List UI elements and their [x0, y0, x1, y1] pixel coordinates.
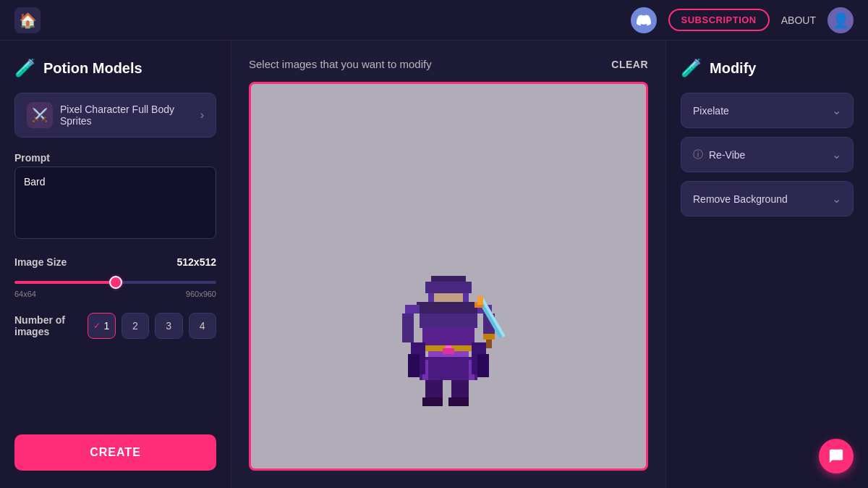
num-images-label: Number of images — [14, 314, 79, 337]
slider-labels: 64x64 960x960 — [14, 290, 216, 298]
header-right: SUBSCRIPTION ABOUT 👤 — [631, 7, 854, 33]
discord-button[interactable] — [631, 7, 657, 33]
svg-rect-14 — [422, 397, 443, 406]
svg-rect-6 — [422, 328, 475, 348]
sidebar-title-text: Potion Models — [43, 60, 142, 77]
revibe-label: Re-Vibe — [709, 149, 745, 161]
revibe-option[interactable]: ⓘ Re-Vibe ⌄ — [681, 137, 854, 172]
content-header-text: Select images that you want to modify — [249, 58, 432, 70]
slider-min-label: 64x64 — [14, 290, 36, 298]
logo-icon[interactable]: 🏠 — [14, 7, 41, 33]
num-images-row: Number of images ✓ 1 2 3 4 — [14, 313, 216, 339]
subscription-button[interactable]: SUBSCRIPTION — [668, 9, 770, 31]
num-btn-1[interactable]: ✓ 1 — [88, 313, 115, 339]
image-size-slider[interactable] — [14, 281, 216, 284]
revibe-left: ⓘ Re-Vibe — [693, 148, 745, 161]
modify-potion-icon: 🧪 — [681, 58, 702, 78]
image-size-value: 512x512 — [176, 256, 216, 268]
prompt-input[interactable]: Bard — [14, 167, 216, 239]
num-images-section: Number of images ✓ 1 2 3 4 — [14, 313, 216, 339]
pixelate-chevron-icon: ⌄ — [832, 104, 841, 117]
svg-rect-12 — [425, 380, 443, 400]
pixelate-option[interactable]: Pixelate ⌄ — [681, 93, 854, 128]
checkmark-icon: ✓ — [93, 321, 101, 331]
svg-rect-1 — [425, 282, 472, 293]
svg-rect-31 — [477, 296, 483, 305]
user-avatar[interactable]: 👤 — [827, 7, 854, 33]
svg-rect-17 — [402, 314, 414, 342]
clear-button[interactable]: CLEAR — [611, 59, 648, 70]
about-link[interactable]: ABOUT — [781, 14, 816, 26]
svg-rect-5 — [420, 314, 477, 328]
sidebar-title: 🧪 Potion Models — [14, 58, 216, 78]
main-layout: 🧪 Potion Models ⚔️ Pixel Character Full … — [0, 41, 868, 488]
model-chevron-icon: › — [200, 109, 204, 122]
svg-rect-4 — [417, 302, 480, 314]
image-display[interactable] — [249, 82, 648, 471]
num-btn-3[interactable]: 3 — [155, 313, 182, 339]
header-left: 🏠 — [14, 7, 41, 33]
content-header: Select images that you want to modify CL… — [249, 58, 648, 70]
slider-max-label: 960x960 — [186, 290, 216, 298]
svg-rect-3 — [434, 293, 463, 302]
model-selector[interactable]: ⚔️ Pixel Character Full Body Sprites › — [14, 93, 216, 138]
num-btn-4[interactable]: 4 — [189, 313, 216, 339]
modify-title-text: Modify — [710, 60, 756, 77]
remove-bg-chevron-icon: ⌄ — [832, 192, 841, 206]
pixelate-label: Pixelate — [693, 105, 729, 117]
image-size-section: Image Size 512x512 64x64 960x960 — [14, 256, 216, 298]
remove-background-option[interactable]: Remove Background ⌄ — [681, 181, 854, 216]
chat-button[interactable] — [819, 439, 854, 474]
svg-rect-23 — [486, 340, 492, 348]
num-btn-2[interactable]: 2 — [122, 313, 149, 339]
svg-rect-0 — [431, 276, 466, 282]
right-panel-title: 🧪 Modify — [681, 58, 854, 78]
svg-rect-15 — [448, 397, 469, 406]
header: 🏠 SUBSCRIPTION ABOUT 👤 — [0, 0, 868, 41]
right-panel: 🧪 Modify Pixelate ⌄ ⓘ Re-Vibe ⌄ Remove B… — [665, 41, 868, 488]
model-icon: ⚔️ — [27, 102, 53, 128]
svg-rect-16 — [405, 305, 420, 314]
revibe-chevron-icon: ⌄ — [832, 148, 841, 161]
prompt-label: Prompt — [14, 152, 216, 164]
potion-icon: 🧪 — [14, 58, 36, 78]
content-area: Select images that you want to modify CL… — [231, 41, 665, 488]
svg-rect-28 — [443, 348, 454, 354]
slider-wrapper: 64x64 960x960 — [14, 274, 216, 298]
sidebar: 🧪 Potion Models ⚔️ Pixel Character Full … — [0, 41, 231, 488]
pixel-character — [391, 273, 506, 432]
remove-background-label: Remove Background — [693, 193, 788, 205]
svg-rect-13 — [451, 380, 469, 400]
svg-rect-25 — [408, 354, 420, 377]
model-name: Pixel Character Full Body Sprites — [60, 104, 193, 127]
image-size-label: Image Size — [14, 256, 67, 268]
revibe-info-icon: ⓘ — [693, 148, 703, 161]
svg-rect-22 — [483, 334, 495, 340]
svg-rect-27 — [477, 354, 489, 377]
prompt-section: Prompt Bard — [14, 152, 216, 242]
create-button[interactable]: CREATE — [14, 434, 216, 471]
svg-rect-29 — [446, 345, 451, 348]
